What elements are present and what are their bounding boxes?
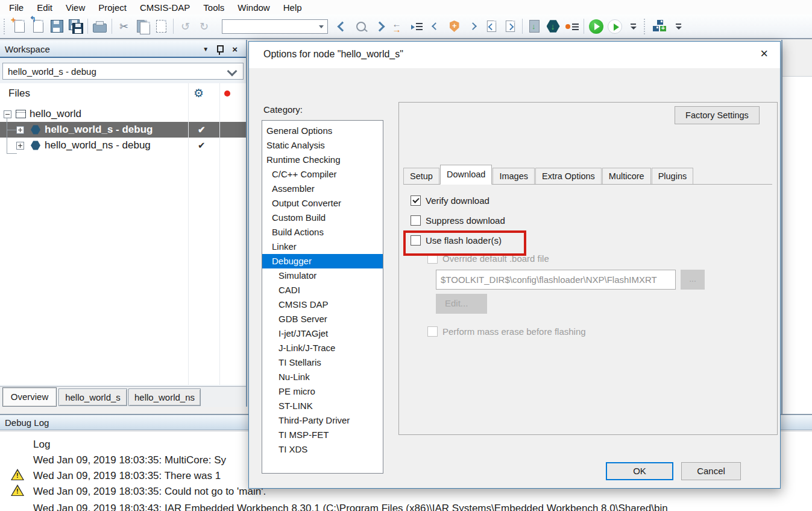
nav-back-button[interactable] <box>333 17 351 36</box>
menu-item-project[interactable]: Project <box>92 1 133 14</box>
tab-setup[interactable]: Setup <box>403 168 439 184</box>
tree-row-project-selected[interactable]: hello_world_s - debug ✔ <box>0 122 246 138</box>
toolbar-search-combobox[interactable] <box>222 19 328 34</box>
tree-connector <box>7 130 17 130</box>
category-custom-build[interactable]: Custom Build <box>262 211 383 225</box>
goto-definition-button[interactable] <box>408 17 426 36</box>
menu-item-cmsis-dap[interactable]: CMSIS-DAP <box>133 1 197 14</box>
tab-overview[interactable]: Overview <box>2 387 57 407</box>
debugger-options-groupbox <box>398 102 778 435</box>
verify-download-label: Verify download <box>426 195 489 206</box>
mass-erase-label: Perform mass erase before flashing <box>442 326 586 337</box>
dialog-close-button[interactable]: × <box>760 47 768 60</box>
tab-multicore[interactable]: Multicore <box>602 168 651 184</box>
swap-arrows-icon <box>392 21 404 33</box>
tab-extra-options[interactable]: Extra Options <box>535 168 602 184</box>
category-ti-msp-fet[interactable]: TI MSP-FET <box>262 428 383 442</box>
category-gdb-server[interactable]: GDB Server <box>262 312 383 326</box>
copy-button[interactable] <box>133 17 152 36</box>
category-cadi[interactable]: CADI <box>262 283 383 297</box>
category-build-actions[interactable]: Build Actions <box>262 225 383 240</box>
tab-hello-world-ns[interactable]: hello_world_ns <box>128 389 201 406</box>
debug-options-dropdown[interactable] <box>624 17 643 36</box>
category-ijet-jtagjet[interactable]: I-jet/JTAGjet <box>262 326 383 341</box>
expand-box-icon[interactable] <box>16 142 24 150</box>
prev-file-button[interactable] <box>482 17 501 36</box>
next-file-button[interactable] <box>501 17 520 36</box>
save-all-icon <box>69 19 83 34</box>
toolbar-grip[interactable] <box>644 19 648 34</box>
category-debugger[interactable]: Debugger <box>262 254 383 268</box>
category-static-analysis[interactable]: Static Analysis <box>262 138 383 153</box>
category-pe-micro[interactable]: PE micro <box>262 384 383 399</box>
download-file-button[interactable] <box>525 17 544 36</box>
category-label: Category: <box>263 104 303 115</box>
highlight-annotation-rectangle <box>403 230 526 256</box>
category-cmsis-dap[interactable]: CMSIS DAP <box>262 297 383 312</box>
menu-item-window[interactable]: Window <box>231 1 276 14</box>
gear-icon[interactable]: ⚙ <box>194 86 204 100</box>
redo-button[interactable]: ↻ <box>195 17 213 36</box>
workspace-menu-button[interactable]: ▼ <box>203 46 209 52</box>
paste-button[interactable] <box>152 17 171 36</box>
save-all-button[interactable] <box>66 17 85 36</box>
category-runtime-checking[interactable]: Runtime Checking <box>262 153 383 167</box>
print-button[interactable] <box>90 17 109 36</box>
security-button[interactable] <box>445 17 464 36</box>
prev-bookmark-button[interactable] <box>426 17 445 36</box>
new-file-button[interactable] <box>10 17 29 36</box>
tree-row-workspace[interactable]: hello_world <box>0 106 246 122</box>
make-button[interactable] <box>650 17 669 36</box>
tab-hello-world-s[interactable]: hello_world_s <box>58 389 127 406</box>
category-ti-stellaris[interactable]: TI Stellaris <box>262 355 383 370</box>
category-st-link[interactable]: ST-LINK <box>262 399 383 413</box>
toolbar-grip[interactable] <box>4 19 8 34</box>
download-and-debug-button[interactable] <box>587 17 605 36</box>
nav-forward-button[interactable] <box>370 17 389 36</box>
warning-icon: ! <box>11 484 24 496</box>
tree-row-label: hello_world <box>30 106 81 122</box>
category-assembler[interactable]: Assembler <box>262 182 383 196</box>
menu-item-help[interactable]: Help <box>277 1 309 14</box>
download-flash-button[interactable] <box>544 17 562 36</box>
save-button[interactable] <box>48 17 66 36</box>
tab-download[interactable]: Download <box>440 165 493 185</box>
undo-icon: ↺ <box>181 21 190 32</box>
toggle-source-header-button[interactable] <box>389 17 408 36</box>
category-output-converter[interactable]: Output Converter <box>262 196 383 211</box>
undo-button[interactable]: ↺ <box>176 17 195 36</box>
next-bookmark-button[interactable] <box>464 17 482 36</box>
category-general-options[interactable]: General Options <box>262 124 383 138</box>
cut-button[interactable]: ✂ <box>115 17 133 36</box>
category-nu-link[interactable]: Nu-Link <box>262 370 383 384</box>
verify-download-checkbox[interactable] <box>411 195 421 206</box>
category-third-party[interactable]: Third-Party Driver <box>262 413 383 428</box>
menu-item-file[interactable]: File <box>2 1 30 14</box>
ok-button[interactable]: OK <box>606 462 673 480</box>
find-button[interactable] <box>351 17 370 36</box>
suppress-download-checkbox[interactable] <box>411 215 421 226</box>
category-c-compiler[interactable]: C/C++ Compiler <box>262 167 383 182</box>
menu-item-edit[interactable]: Edit <box>30 1 59 14</box>
cancel-button[interactable]: Cancel <box>681 462 741 480</box>
category-linker[interactable]: Linker <box>262 240 383 254</box>
workspace-pin-button[interactable] <box>217 45 224 52</box>
category-ti-xds[interactable]: TI XDS <box>262 442 383 457</box>
collapse-box-icon[interactable] <box>4 110 11 118</box>
factory-settings-button[interactable]: Factory Settings <box>675 106 760 124</box>
tree-row-project[interactable]: hello_world_ns - debug ✔ <box>0 138 246 153</box>
build-options-dropdown[interactable] <box>669 17 688 36</box>
save-icon <box>51 20 63 33</box>
tab-plugins[interactable]: Plugins <box>652 168 694 184</box>
open-file-button[interactable] <box>29 17 48 36</box>
configuration-selector[interactable]: hello_world_s - debug <box>2 63 244 80</box>
toggle-breakpoint-button[interactable] <box>562 17 581 36</box>
tab-images[interactable]: Images <box>493 168 535 184</box>
workspace-close-button[interactable]: × <box>232 44 238 54</box>
expand-box-icon[interactable] <box>16 126 24 134</box>
category-simulator[interactable]: Simulator <box>262 268 383 283</box>
category-jlink-jtrace[interactable]: J-Link/J-Trace <box>262 341 383 355</box>
menu-item-tools[interactable]: Tools <box>197 1 231 14</box>
menu-item-view[interactable]: View <box>59 1 92 14</box>
debug-without-download-button[interactable] <box>605 17 624 36</box>
